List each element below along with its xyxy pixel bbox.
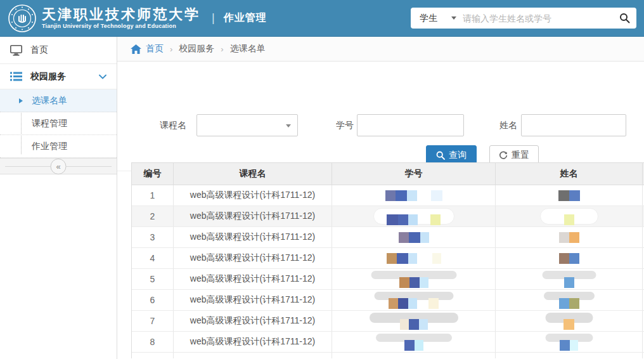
redaction-block — [431, 190, 442, 201]
sidebar-item-label: 首页 — [30, 44, 48, 56]
redaction-block — [400, 319, 409, 330]
student-id-cell — [332, 248, 496, 268]
name-redacted — [496, 206, 642, 226]
redaction-blocks — [385, 190, 442, 201]
sidebar-item-course-management[interactable]: 课程管理 — [0, 112, 117, 135]
sidebar-collapse-strip: « — [0, 158, 117, 174]
redaction-block — [559, 298, 569, 309]
redaction-block — [398, 298, 408, 309]
redaction-block — [407, 190, 417, 201]
breadcrumb-item-home[interactable]: 首页 — [146, 43, 164, 55]
sidebar-item-homework-management[interactable]: 作业管理 — [0, 135, 117, 158]
redaction-block — [564, 214, 574, 225]
redaction-block — [559, 232, 569, 243]
redaction-blocks — [564, 214, 574, 225]
table-row[interactable]: 4web高级课程设计(计科1711-12) — [132, 248, 644, 269]
name-cell — [496, 185, 643, 206]
search-icon[interactable] — [619, 13, 630, 23]
student-id-label: 学号 — [336, 120, 354, 131]
sidebar-item-label: 作业管理 — [32, 141, 67, 152]
caret-right-icon — [19, 98, 23, 103]
redaction-block — [396, 190, 407, 201]
table-row[interactable]: 2web高级课程设计(计科1711-12) — [132, 206, 644, 227]
redaction-blocks — [558, 190, 580, 201]
redaction-block — [417, 190, 431, 201]
search-input[interactable] — [463, 13, 615, 23]
course-name-label: 课程名 — [160, 120, 186, 131]
global-search-bar: 学生 — [411, 8, 636, 29]
redaction-block — [559, 253, 569, 264]
table-row[interactable]: 3web高级课程设计(计科1711-12) — [132, 227, 644, 248]
column-header-name: 姓名 — [496, 163, 643, 185]
redaction-block — [564, 319, 574, 330]
university-name-cn: 天津职业技术师范大学 — [42, 6, 200, 22]
redaction-block — [569, 190, 580, 201]
course-name-cell: web高级课程设计(计科1711-12) — [174, 206, 332, 226]
stub-cell — [132, 353, 174, 358]
query-button-label: 查询 — [449, 150, 467, 161]
redaction-blocks — [399, 277, 428, 288]
redaction-block — [404, 340, 415, 351]
redaction-block — [569, 298, 579, 309]
row-number-cell: 8 — [132, 332, 174, 352]
redaction-blocks — [389, 298, 439, 309]
column-header-number: 编号 — [132, 163, 174, 185]
redaction-block — [415, 340, 423, 351]
breadcrumb-item-campus-services[interactable]: 校园服务 — [179, 43, 214, 55]
name-redacted — [496, 185, 642, 206]
redaction-blocks — [564, 319, 574, 330]
name-cell — [496, 206, 643, 226]
student-id-cell — [332, 332, 496, 352]
sidebar-submenu: 选课名单 课程管理 作业管理 — [0, 89, 117, 158]
sidebar-item-course-roster[interactable]: 选课名单 — [0, 89, 117, 112]
redaction-block — [408, 214, 418, 225]
app-header: 天津职业技术师范大学 Tianjin University of Technol… — [0, 0, 644, 37]
table-row[interactable]: 5web高级课程设计(计科1711-12) — [132, 269, 644, 290]
student-id-redacted — [332, 269, 495, 289]
row-number-cell: 7 — [132, 311, 174, 331]
name-redacted — [496, 269, 642, 289]
redaction-blocks — [387, 214, 441, 225]
row-number-cell: 2 — [132, 206, 174, 226]
redaction-block — [420, 232, 429, 243]
student-id-cell — [332, 227, 496, 247]
student-id-redacted — [332, 332, 495, 352]
caret-down-icon[interactable] — [451, 16, 456, 20]
table-row[interactable]: 1web高级课程设计(计科1711-12) — [132, 185, 644, 206]
page: 天津职业技术师范大学 Tianjin University of Technol… — [0, 0, 644, 359]
table-header-row: 编号 课程名 学号 姓名 — [132, 163, 644, 185]
sidebar-item-home[interactable]: 首页 — [0, 37, 117, 64]
sidebar-collapse-button[interactable]: « — [51, 159, 67, 174]
redaction-block — [408, 298, 417, 309]
redaction-block — [432, 253, 441, 264]
student-id-input[interactable] — [357, 114, 464, 136]
table-row[interactable]: 8web高级课程设计(计科1711-12) — [132, 332, 644, 353]
course-name-select[interactable] — [196, 114, 298, 136]
course-name-cell: web高级课程设计(计科1711-12) — [174, 248, 332, 268]
sidebar-item-label: 校园服务 — [30, 71, 66, 82]
redaction-blocks — [560, 340, 578, 351]
monitor-icon — [9, 45, 23, 56]
name-cell — [496, 248, 643, 268]
course-name-cell: web高级课程设计(计科1711-12) — [174, 311, 332, 331]
name-label: 姓名 — [499, 120, 517, 131]
name-cell — [496, 332, 643, 352]
name-cell — [496, 227, 643, 247]
table-row[interactable]: 6web高级课程设计(计科1711-12) — [132, 290, 644, 311]
course-name-cell: web高级课程设计(计科1711-12) — [174, 290, 332, 310]
sidebar-item-label: 选课名单 — [32, 95, 67, 107]
column-header-student-id: 学号 — [332, 163, 496, 185]
redaction-block — [397, 253, 408, 264]
redaction-block — [570, 340, 578, 351]
student-id-redacted — [332, 248, 495, 268]
sidebar-item-campus-services[interactable]: 校园服务 — [0, 64, 117, 89]
search-icon — [436, 151, 445, 160]
table-row[interactable]: 7web高级课程设计(计科1711-12) — [132, 311, 644, 332]
course-name-cell: web高级课程设计(计科1711-12) — [174, 332, 332, 352]
breadcrumb-separator: › — [170, 44, 172, 54]
name-input[interactable] — [521, 114, 626, 136]
sidebar: 首页 校园服务 选课名单 — [0, 37, 117, 359]
redaction-block — [389, 298, 398, 309]
redaction-block — [399, 232, 409, 243]
search-category-select[interactable]: 学生 — [420, 13, 437, 24]
